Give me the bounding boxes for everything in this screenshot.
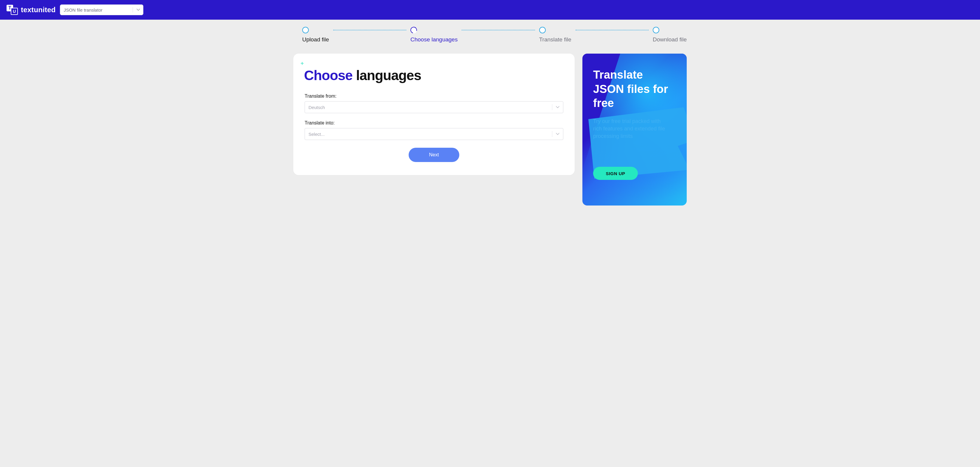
- translate-from-select[interactable]: Deutsch: [305, 101, 563, 113]
- translate-from-field: Translate from: Deutsch: [304, 94, 564, 113]
- step-connector: [462, 30, 535, 30]
- card-title-rest: languages: [356, 68, 421, 83]
- plus-deco-icon: +: [301, 60, 304, 67]
- translate-into-select[interactable]: Select...: [305, 128, 563, 140]
- step-choose-languages[interactable]: Choose languages: [410, 27, 458, 43]
- promo-body: Try our free trial packed with rich feat…: [593, 118, 671, 140]
- step-connector: [333, 30, 406, 30]
- translate-from-value: Deutsch: [309, 105, 325, 110]
- promo-heading: Translate JSON files for free: [593, 68, 676, 111]
- brand-logo-icon: T U: [6, 5, 19, 15]
- step-circle-icon: [302, 27, 309, 33]
- chevron-down-icon: [556, 133, 560, 135]
- brand[interactable]: T U textunited: [6, 5, 56, 15]
- app-header: T U textunited JSON file translator: [0, 0, 980, 20]
- next-button[interactable]: Next: [409, 148, 459, 162]
- step-label: Translate file: [539, 37, 571, 43]
- card-title: Choose languages: [304, 67, 564, 83]
- step-upload-file[interactable]: Upload file: [302, 27, 329, 43]
- translator-type-value: JSON file translator: [64, 8, 103, 13]
- chevron-down-icon: [137, 9, 140, 11]
- main-content: + Choose languages Translate from: Deuts…: [293, 54, 687, 205]
- step-circle-icon: [653, 27, 659, 33]
- translate-into-placeholder: Select...: [309, 132, 325, 137]
- select-divider: [552, 104, 552, 110]
- choose-languages-card: + Choose languages Translate from: Deuts…: [293, 54, 575, 175]
- translate-from-label: Translate from:: [305, 94, 563, 99]
- step-label: Choose languages: [410, 37, 458, 43]
- wizard-steps: Upload file Choose languages Translate f…: [293, 20, 687, 46]
- step-translate-file[interactable]: Translate file: [539, 27, 571, 43]
- card-title-accent: Choose: [304, 68, 353, 83]
- chevron-down-icon: [556, 106, 560, 108]
- step-circle-icon: [539, 27, 546, 33]
- translate-into-field: Translate into: Select...: [304, 120, 564, 140]
- brand-text: textunited: [21, 6, 56, 14]
- step-circle-icon: [409, 25, 418, 35]
- translator-type-select[interactable]: JSON file translator: [60, 5, 143, 15]
- select-divider: [552, 131, 552, 137]
- step-label: Download file: [653, 37, 687, 43]
- step-label: Upload file: [302, 37, 329, 43]
- promo-panel: Translate JSON files for free Try our fr…: [582, 54, 687, 205]
- sign-up-button[interactable]: SIGN UP: [593, 167, 638, 180]
- translate-into-label: Translate into:: [305, 120, 563, 125]
- step-download-file[interactable]: Download file: [653, 27, 687, 43]
- step-connector: [576, 30, 649, 30]
